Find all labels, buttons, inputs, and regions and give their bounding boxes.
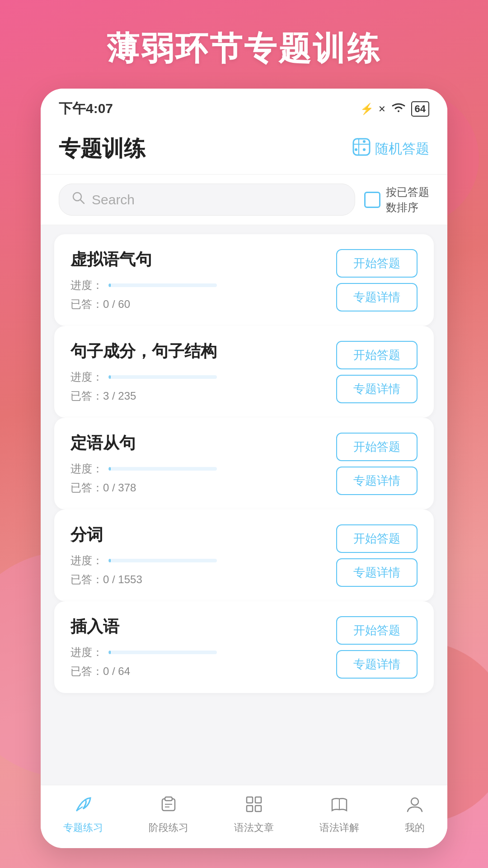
topic-card: 定语从句 进度： 已答：0 / 378 开始答题 专题详情 xyxy=(54,418,434,509)
answered-row-3: 已答：0 / 1553 xyxy=(70,572,336,587)
progress-row-1: 进度： xyxy=(70,370,336,384)
topic-name-4: 插入语 xyxy=(70,616,336,638)
answered-row-2: 已答：0 / 378 xyxy=(70,481,336,495)
progress-row-0: 进度： xyxy=(70,278,336,292)
topic-name-0: 虚拟语气句 xyxy=(70,249,336,271)
nav-icon-3 xyxy=(329,794,349,817)
svg-rect-10 xyxy=(247,797,253,803)
topic-actions-0: 开始答题 专题详情 xyxy=(336,249,418,311)
random-btn[interactable]: 随机答题 xyxy=(352,137,429,160)
start-btn-3[interactable]: 开始答题 xyxy=(336,524,418,553)
topic-info-1: 句子成分，句子结构 进度： 已答：3 / 235 xyxy=(70,340,336,403)
progress-bar-fill-3 xyxy=(108,559,111,562)
battery-indicator: 64 xyxy=(411,101,429,117)
progress-label-0: 进度： xyxy=(70,278,103,292)
topic-actions-4: 开始答题 专题详情 xyxy=(336,616,418,679)
topic-card: 插入语 进度： 已答：0 / 64 开始答题 专题详情 xyxy=(54,601,434,693)
bluetooth-icon: ⚡ xyxy=(360,103,374,115)
progress-label-2: 进度： xyxy=(70,462,103,476)
start-btn-1[interactable]: 开始答题 xyxy=(336,341,418,369)
page-title: 薄弱环节专题训练 xyxy=(107,27,381,71)
progress-label-1: 进度： xyxy=(70,370,103,384)
answered-row-1: 已答：3 / 235 xyxy=(70,389,336,403)
svg-point-2 xyxy=(355,148,357,151)
dice-icon xyxy=(352,137,371,160)
phone-container: 下午4:07 ⚡ ✕ 64 专题训练 xyxy=(41,89,447,848)
start-btn-4[interactable]: 开始答题 xyxy=(336,616,418,645)
svg-rect-11 xyxy=(255,797,261,803)
topic-info-4: 插入语 进度： 已答：0 / 64 xyxy=(70,616,336,679)
detail-btn-4[interactable]: 专题详情 xyxy=(336,650,418,679)
status-icons: ⚡ ✕ 64 xyxy=(360,101,429,117)
wifi-icon xyxy=(390,101,407,117)
topic-actions-3: 开始答题 专题详情 xyxy=(336,524,418,587)
answered-row-0: 已答：0 / 60 xyxy=(70,297,336,311)
nav-item-1[interactable]: 阶段练习 xyxy=(149,794,188,835)
detail-btn-0[interactable]: 专题详情 xyxy=(336,283,418,311)
topic-info-2: 定语从句 进度： 已答：0 / 378 xyxy=(70,432,336,495)
svg-line-5 xyxy=(80,200,84,203)
progress-bar-container-4 xyxy=(108,651,217,654)
status-time: 下午4:07 xyxy=(59,99,113,118)
progress-row-2: 进度： xyxy=(70,462,336,476)
topic-actions-2: 开始答题 专题详情 xyxy=(336,433,418,495)
progress-bar-container-2 xyxy=(108,467,217,471)
random-btn-label: 随机答题 xyxy=(375,140,429,158)
progress-bar-fill-1 xyxy=(108,375,111,379)
topic-card: 虚拟语气句 进度： 已答：0 / 60 开始答题 专题详情 xyxy=(54,234,434,326)
start-btn-0[interactable]: 开始答题 xyxy=(336,249,418,278)
bottom-nav: 专题练习 阶段练习 语法文章 语法详解 我的 xyxy=(41,785,447,848)
svg-point-3 xyxy=(363,148,366,151)
search-placeholder: Search xyxy=(92,192,135,208)
progress-bar-fill-0 xyxy=(108,283,111,287)
topic-name-2: 定语从句 xyxy=(70,432,336,454)
search-bar[interactable]: Search xyxy=(59,184,355,216)
topic-name-3: 分词 xyxy=(70,524,336,546)
sort-label: 按已答题数排序 xyxy=(386,184,429,215)
header-title: 专题训练 xyxy=(59,134,145,163)
progress-bar-container-0 xyxy=(108,283,217,287)
progress-label-3: 进度： xyxy=(70,553,103,568)
sort-option[interactable]: 按已答题数排序 xyxy=(364,184,429,215)
progress-label-4: 进度： xyxy=(70,645,103,660)
progress-bar-container-3 xyxy=(108,559,217,562)
svg-rect-12 xyxy=(247,806,253,811)
progress-row-4: 进度： xyxy=(70,645,336,660)
topic-info-0: 虚拟语气句 进度： 已答：0 / 60 xyxy=(70,249,336,311)
svg-rect-0 xyxy=(353,139,370,155)
progress-bar-fill-2 xyxy=(108,467,111,471)
detail-btn-2[interactable]: 专题详情 xyxy=(336,467,418,495)
topic-actions-1: 开始答题 专题详情 xyxy=(336,341,418,403)
nav-icon-4 xyxy=(405,794,425,817)
nav-label-4: 我的 xyxy=(405,821,425,835)
svg-rect-7 xyxy=(165,797,172,801)
nav-item-3[interactable]: 语法详解 xyxy=(319,794,359,835)
cross-icon: ✕ xyxy=(378,104,386,114)
svg-point-15 xyxy=(411,798,418,805)
nav-icon-0 xyxy=(73,794,93,817)
search-icon xyxy=(72,191,85,208)
nav-item-4[interactable]: 我的 xyxy=(405,794,425,835)
start-btn-2[interactable]: 开始答题 xyxy=(336,433,418,461)
svg-rect-13 xyxy=(255,806,261,811)
detail-btn-1[interactable]: 专题详情 xyxy=(336,375,418,403)
nav-label-1: 阶段练习 xyxy=(149,821,188,835)
nav-label-3: 语法详解 xyxy=(319,821,359,835)
nav-label-0: 专题练习 xyxy=(63,821,103,835)
nav-item-0[interactable]: 专题练习 xyxy=(63,794,103,835)
progress-row-3: 进度： xyxy=(70,553,336,568)
sort-checkbox[interactable] xyxy=(364,192,380,208)
topic-info-3: 分词 进度： 已答：0 / 1553 xyxy=(70,524,336,587)
nav-label-2: 语法文章 xyxy=(234,821,274,835)
detail-btn-3[interactable]: 专题详情 xyxy=(336,558,418,587)
svg-point-1 xyxy=(363,140,366,143)
topic-card: 分词 进度： 已答：0 / 1553 开始答题 专题详情 xyxy=(54,509,434,601)
progress-bar-container-1 xyxy=(108,375,217,379)
nav-icon-1 xyxy=(159,794,178,817)
status-bar: 下午4:07 ⚡ ✕ 64 xyxy=(41,89,447,125)
topic-name-1: 句子成分，句子结构 xyxy=(70,340,336,363)
topic-list: 虚拟语气句 进度： 已答：0 / 60 开始答题 专题详情 句子成分，句子结构 … xyxy=(54,234,434,693)
app-header: 专题训练 随机答题 xyxy=(41,125,447,175)
progress-bar-fill-4 xyxy=(108,651,111,654)
nav-item-2[interactable]: 语法文章 xyxy=(234,794,274,835)
